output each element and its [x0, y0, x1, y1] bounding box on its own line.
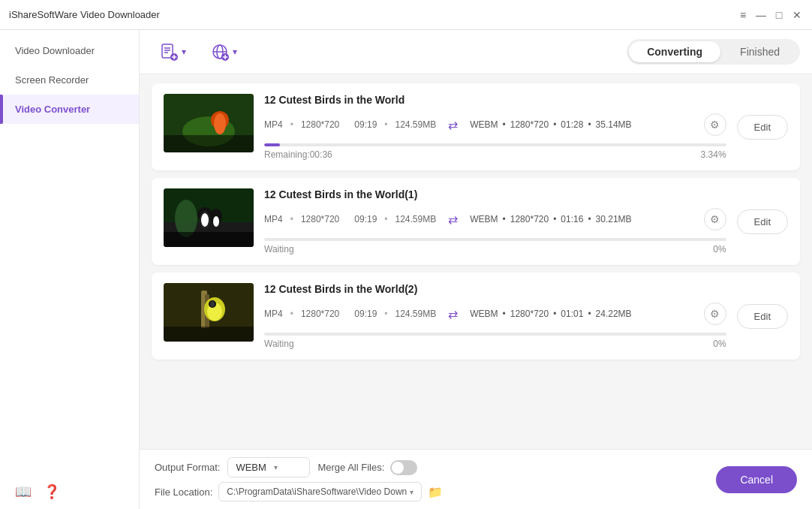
edit-button-2[interactable]: Edit — [737, 209, 788, 234]
table-row: 12 Cutest Birds in the World(2) MP4 • 12… — [152, 273, 800, 360]
item-3-meta: MP4 • 1280*720 09:19 • 124.59MB ⇄ WEBM • — [264, 303, 726, 325]
main-content: ▾ ▾ Converting Finished — [140, 30, 812, 509]
item-2-out-size: 30.21MB — [596, 214, 632, 224]
item-1-size: 124.59MB — [395, 119, 437, 130]
thumb-image-1 — [164, 94, 254, 152]
item-1-meta: MP4 • 1280*720 09:19 • 124.59MB ⇄ WEBM • — [264, 113, 726, 136]
settings-button-1[interactable]: ⚙ — [704, 113, 726, 136]
item-2-size: 124.59MB — [395, 214, 437, 224]
item-1-input-meta: MP4 • 1280*720 09:19 • 124.59MB — [264, 119, 436, 130]
thumbnail-2 — [164, 188, 254, 247]
sidebar-item-video-converter[interactable]: Video Converter — [0, 95, 139, 124]
add-file-chevron: ▾ — [182, 47, 186, 57]
item-3-resolution: 1280*720 — [301, 309, 339, 319]
tab-converting[interactable]: Converting — [629, 41, 720, 62]
svg-point-20 — [175, 200, 197, 237]
sidebar-item-video-downloader[interactable]: Video Downloader — [0, 36, 139, 65]
edit-button-3[interactable]: Edit — [737, 304, 788, 329]
minimize-button[interactable]: — — [755, 9, 767, 21]
title-bar: iShareSoftWare Video Downloader ≡ — □ ✕ — [0, 0, 812, 30]
edit-button-1[interactable]: Edit — [737, 115, 788, 140]
item-2-progress-labels: Waiting 0% — [264, 244, 726, 254]
bottom-bar: Output Format: WEBM ▾ Merge All Files: F… — [140, 449, 812, 509]
swap-icon-2[interactable]: ⇄ — [448, 212, 458, 227]
item-3-info: 12 Cutest Birds in the World(2) MP4 • 12… — [264, 283, 726, 349]
thumb-image-3 — [164, 283, 254, 342]
item-1-percent: 3.34% — [701, 149, 726, 160]
item-1-info: 12 Cutest Birds in the World MP4 • 1280*… — [264, 94, 726, 160]
item-3-out-size: 24.22MB — [596, 309, 632, 319]
item-1-status: Remaining:00:36 — [264, 149, 332, 160]
item-3-progress-labels: Waiting 0% — [264, 339, 726, 349]
add-url-button[interactable]: ▾ — [203, 38, 245, 66]
svg-rect-17 — [164, 135, 254, 152]
item-1-output-meta: WEBM • 1280*720 • 01:28 • 35.14MB — [470, 119, 697, 130]
settings-button-3[interactable]: ⚙ — [704, 303, 726, 325]
svg-point-16 — [214, 113, 226, 134]
thumb-image-2 — [164, 188, 254, 247]
menu-button[interactable]: ≡ — [737, 9, 749, 21]
item-2-out-duration: 01:16 — [561, 214, 583, 224]
item-2-progress-track — [264, 238, 726, 241]
file-location-label: File Location: — [155, 486, 212, 498]
file-path-value: C:\ProgramData\iShareSoftware\Video Down — [227, 486, 407, 497]
item-2-meta: MP4 • 1280*720 09:19 • 124.59MB ⇄ WEBM • — [264, 208, 726, 230]
item-2-out-format: WEBM — [470, 214, 498, 224]
svg-rect-26 — [164, 232, 254, 247]
folder-open-icon[interactable]: 📁 — [428, 485, 443, 499]
item-2-percent: 0% — [713, 244, 726, 254]
swap-icon-1[interactable]: ⇄ — [448, 118, 458, 132]
app-title-area: iShareSoftWare Video Downloader — [9, 9, 160, 20]
view-tabs: Converting Finished — [627, 39, 800, 65]
svg-point-23 — [201, 213, 209, 227]
output-format-select[interactable]: WEBM ▾ — [227, 457, 310, 477]
cancel-button[interactable]: Cancel — [716, 466, 797, 493]
item-3-format: MP4 — [264, 309, 283, 319]
item-1-out-resolution: 1280*720 — [510, 119, 549, 130]
item-3-status: Waiting — [264, 339, 294, 349]
sidebar-item-screen-recorder[interactable]: Screen Recorder — [0, 65, 139, 95]
output-format-value: WEBM — [236, 462, 266, 473]
merge-toggle-area: Merge All Files: — [317, 460, 417, 475]
add-file-button[interactable]: ▾ — [152, 38, 194, 66]
item-2-info: 12 Cutest Birds in the World(1) MP4 • 12… — [264, 188, 726, 254]
item-2-out-resolution: 1280*720 — [510, 214, 549, 224]
item-2-resolution: 1280*720 — [301, 214, 339, 224]
items-list: 12 Cutest Birds in the World MP4 • 1280*… — [140, 74, 812, 449]
sidebar: Video Downloader Screen Recorder Video C… — [0, 30, 140, 509]
item-1-resolution: 1280*720 — [301, 119, 339, 130]
settings-button-2[interactable]: ⚙ — [704, 208, 726, 230]
item-3-percent: 0% — [713, 339, 726, 349]
item-1-progress-track — [264, 143, 726, 146]
file-location-row: File Location: C:\ProgramData\iShareSoft… — [155, 482, 443, 501]
sidebar-bottom: 📖 ❓ — [0, 474, 139, 509]
item-1-out-size: 35.14MB — [596, 119, 632, 130]
item-3-progress-area: Waiting 0% — [264, 333, 726, 349]
item-1-format: MP4 — [264, 119, 283, 130]
item-3-out-duration: 01:01 — [561, 309, 583, 319]
item-1-duration: 09:19 — [354, 119, 377, 130]
table-row: 12 Cutest Birds in the World(1) MP4 • 12… — [152, 178, 800, 265]
item-1-progress-fill — [264, 143, 280, 146]
item-3-output-meta: WEBM • 1280*720 • 01:01 • 24.22MB — [470, 309, 697, 319]
close-button[interactable]: ✕ — [791, 9, 803, 21]
book-icon[interactable]: 📖 — [15, 483, 32, 500]
item-3-progress-track — [264, 333, 726, 336]
swap-icon-3[interactable]: ⇄ — [448, 307, 458, 321]
item-1-out-format: WEBM — [470, 119, 498, 130]
item-3-duration: 09:19 — [354, 309, 377, 319]
merge-label: Merge All Files: — [317, 462, 384, 473]
item-1-progress-area: Remaining:00:36 3.34% — [264, 143, 726, 160]
item-2-input-meta: MP4 • 1280*720 09:19 • 124.59MB — [264, 214, 436, 224]
maximize-button[interactable]: □ — [773, 9, 785, 21]
item-2-title: 12 Cutest Birds in the World(1) — [264, 188, 726, 200]
help-icon[interactable]: ❓ — [44, 483, 60, 500]
item-1-out-duration: 01:28 — [561, 119, 583, 130]
file-path-select[interactable]: C:\ProgramData\iShareSoftware\Video Down… — [218, 482, 422, 501]
item-1-title: 12 Cutest Birds in the World — [264, 94, 726, 106]
item-3-size: 124.59MB — [395, 309, 437, 319]
item-2-duration: 09:19 — [354, 214, 377, 224]
tab-finished[interactable]: Finished — [722, 41, 798, 62]
merge-toggle-switch[interactable] — [390, 460, 417, 475]
item-1-progress-labels: Remaining:00:36 3.34% — [264, 149, 726, 160]
